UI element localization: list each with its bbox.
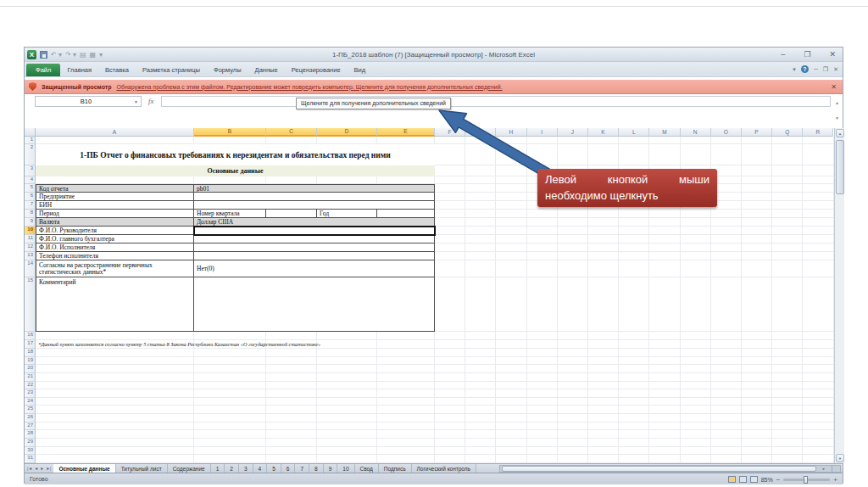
- field-value-cell[interactable]: pb01: [194, 185, 434, 192]
- normal-view-icon[interactable]: [728, 476, 736, 483]
- row-header-20[interactable]: 20: [25, 365, 36, 373]
- page-layout-view-icon[interactable]: [739, 476, 747, 483]
- field-value-cell[interactable]: [194, 235, 434, 243]
- row-header-7[interactable]: 7: [25, 201, 36, 210]
- name-box[interactable]: B10 ▼: [35, 96, 142, 107]
- field-value-cell[interactable]: Год: [317, 210, 377, 217]
- field-value-cell[interactable]: Нет(0): [194, 260, 434, 277]
- first-sheet-icon[interactable]: |◄: [27, 466, 32, 471]
- grid-icon[interactable]: ▦: [89, 50, 96, 59]
- field-value-cell[interactable]: [194, 193, 434, 200]
- column-header-N[interactable]: N: [681, 128, 711, 137]
- protected-view-link[interactable]: Обнаружена проблема с этим файлом. Редак…: [116, 84, 502, 90]
- ribbon-tab-2[interactable]: Главная: [60, 64, 98, 76]
- sheet-tab-6[interactable]: 3: [239, 464, 253, 473]
- resize-grip[interactable]: [832, 466, 838, 472]
- ribbon-tab-5[interactable]: Формулы: [207, 64, 248, 76]
- horizontal-scroll-thumb[interactable]: [502, 466, 816, 472]
- ribbon-tab-3[interactable]: Вставка: [98, 64, 136, 76]
- row-header-18[interactable]: 18: [25, 349, 36, 357]
- selected-cell-b10[interactable]: [193, 226, 436, 236]
- ribbon-tab-8[interactable]: Вид: [348, 64, 373, 76]
- ribbon-tab-6[interactable]: Данные: [248, 64, 285, 76]
- column-header-R[interactable]: R: [803, 128, 833, 137]
- close-button[interactable]: ✕: [829, 50, 836, 59]
- sheet-tab-12[interactable]: 9: [324, 464, 338, 473]
- vertical-scrollbar[interactable]: ▲ ▼: [834, 128, 844, 463]
- help-icon[interactable]: ?: [801, 65, 809, 73]
- sheet-tab-16[interactable]: Логический контроль: [412, 464, 476, 473]
- row-header-29[interactable]: 29: [25, 439, 36, 447]
- zoom-slider-thumb[interactable]: [804, 476, 808, 484]
- last-sheet-icon[interactable]: ►|: [46, 466, 51, 471]
- row-header-24[interactable]: 24: [25, 398, 36, 406]
- save-icon[interactable]: [40, 51, 47, 59]
- zoom-in-icon[interactable]: +: [833, 476, 837, 484]
- excel-logo-icon[interactable]: X: [27, 50, 36, 59]
- horizontal-scrollbar[interactable]: ►: [499, 465, 841, 473]
- qat-menu-icon[interactable]: ▾: [99, 50, 103, 59]
- document-icon[interactable]: ▤: [80, 50, 86, 59]
- row-header-17[interactable]: 17: [25, 340, 36, 349]
- sheet-tab-10[interactable]: 7: [295, 464, 309, 473]
- vertical-scroll-thumb[interactable]: [836, 140, 844, 194]
- ribbon-tab-7[interactable]: Рецензирование: [285, 64, 348, 76]
- sheet-tab-8[interactable]: 5: [267, 464, 281, 473]
- column-header-B[interactable]: B: [194, 128, 266, 137]
- workbook-minimize-icon[interactable]: ─: [814, 66, 818, 72]
- scroll-up-icon[interactable]: ▲: [835, 100, 839, 105]
- row-header-2[interactable]: 2: [25, 144, 36, 165]
- prev-sheet-icon[interactable]: ◄: [34, 466, 38, 471]
- chevron-down-icon[interactable]: ▼: [134, 99, 138, 104]
- redo-icon[interactable]: ↷ ▾: [65, 50, 76, 59]
- column-header-C[interactable]: C: [266, 128, 317, 137]
- undo-icon[interactable]: ↶ ▾: [51, 50, 62, 59]
- row-header-13[interactable]: 13: [25, 252, 36, 260]
- column-header-A[interactable]: A: [36, 128, 194, 137]
- row-header-25[interactable]: 25: [25, 406, 36, 414]
- row-header-8[interactable]: 8: [25, 210, 36, 218]
- column-header-P[interactable]: P: [742, 128, 772, 137]
- select-all-corner[interactable]: [25, 128, 36, 137]
- restore-button[interactable]: ❐: [804, 50, 810, 59]
- row-header-22[interactable]: 22: [25, 382, 36, 390]
- row-header-4[interactable]: 4: [25, 176, 36, 184]
- row-header-11[interactable]: 11: [25, 235, 36, 244]
- zoom-out-icon[interactable]: −: [776, 476, 781, 484]
- protected-view-tooltip-button[interactable]: Щелкните для получения дополнительных св…: [296, 98, 451, 109]
- field-value-cell[interactable]: [194, 252, 434, 260]
- row-header-30[interactable]: 30: [25, 447, 36, 456]
- sheet-tab-2[interactable]: Титульный лист: [116, 464, 168, 473]
- row-header-3[interactable]: 3: [25, 165, 36, 176]
- ribbon-tab-1[interactable]: Файл: [26, 64, 60, 76]
- row-header-19[interactable]: 19: [25, 357, 36, 366]
- row-header-10[interactable]: 10: [25, 227, 36, 235]
- sheet-tab-1[interactable]: Основные данные: [53, 464, 115, 473]
- scroll-down-icon[interactable]: ▼: [835, 115, 839, 120]
- column-header-Q[interactable]: Q: [772, 128, 803, 137]
- sheet-tab-4[interactable]: 1: [211, 464, 225, 473]
- field-value-cell[interactable]: [194, 277, 434, 331]
- scroll-right-icon[interactable]: ►: [820, 466, 828, 472]
- column-header-E[interactable]: E: [377, 128, 435, 137]
- close-icon[interactable]: ✕: [831, 83, 837, 91]
- sheet-tab-7[interactable]: 4: [253, 464, 268, 473]
- zoom-level-label[interactable]: 85%: [761, 477, 773, 483]
- field-value-cell[interactable]: Доллар США: [194, 218, 434, 226]
- protected-view-bar[interactable]: Защищенный просмотр Обнаружена проблема …: [25, 80, 843, 94]
- field-value-cell[interactable]: [194, 244, 434, 251]
- row-header-1[interactable]: 1: [25, 137, 36, 144]
- sheet-tab-9[interactable]: 6: [281, 464, 296, 473]
- row-header-15[interactable]: 15: [25, 277, 36, 332]
- page-break-view-icon[interactable]: [750, 476, 758, 483]
- zoom-slider[interactable]: [783, 479, 830, 481]
- minimize-button[interactable]: –: [781, 50, 785, 59]
- row-header-27[interactable]: 27: [25, 423, 36, 431]
- column-header-M[interactable]: M: [649, 128, 680, 137]
- row-header-5[interactable]: 5: [25, 184, 36, 193]
- scroll-down-icon[interactable]: ▼: [836, 454, 844, 462]
- row-header-23[interactable]: 23: [25, 389, 36, 398]
- column-header-K[interactable]: K: [588, 128, 619, 137]
- column-header-O[interactable]: O: [711, 128, 742, 137]
- row-header-9[interactable]: 9: [25, 218, 36, 227]
